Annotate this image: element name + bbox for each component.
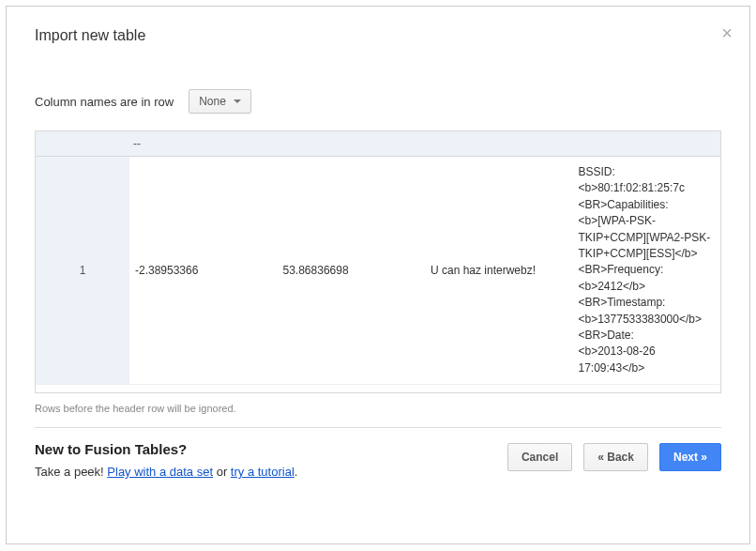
peek-suffix: . xyxy=(295,465,298,479)
footer-heading: New to Fusion Tables? xyxy=(35,441,297,457)
dialog-title: Import new table xyxy=(35,27,721,44)
header-col-3 xyxy=(425,131,573,157)
next-button[interactable]: Next » xyxy=(659,443,721,471)
cell-c1: -2.38953366 xyxy=(129,157,278,385)
hint-text: Rows before the header row will be ignor… xyxy=(35,403,721,414)
footer-left: New to Fusion Tables? Take a peek! Play … xyxy=(35,441,297,479)
header-col-2 xyxy=(278,131,426,157)
close-icon[interactable]: × xyxy=(721,23,733,42)
chevron-down-icon xyxy=(234,99,241,103)
column-names-dropdown[interactable]: None xyxy=(189,89,251,114)
preview-table-container: -- 1 -2.38953366 53.86836698 U can haz i… xyxy=(35,130,721,393)
header-col-1: -- xyxy=(129,131,278,157)
link-try-tutorial[interactable]: try a tutorial xyxy=(231,465,295,479)
preview-table: -- 1 -2.38953366 53.86836698 U can haz i… xyxy=(36,131,720,385)
header-rownum xyxy=(36,131,129,157)
header-row: -- xyxy=(36,131,720,157)
header-col-4 xyxy=(573,131,721,157)
import-dialog: × Import new table Column names are in r… xyxy=(6,6,750,544)
divider xyxy=(35,427,721,428)
footer: New to Fusion Tables? Take a peek! Play … xyxy=(35,441,721,479)
column-names-label: Column names are in row xyxy=(35,95,174,109)
cancel-button[interactable]: Cancel xyxy=(507,443,572,471)
link-play-with-dataset[interactable]: Play with a data set xyxy=(107,465,213,479)
cell-c2: 53.86836698 xyxy=(278,157,426,385)
peek-prefix: Take a peek! xyxy=(35,465,107,479)
back-button[interactable]: « Back xyxy=(583,443,648,471)
dropdown-value: None xyxy=(199,95,226,108)
table-row: 1 -2.38953366 53.86836698 U can haz inte… xyxy=(36,157,720,385)
row-number: 1 xyxy=(36,157,129,385)
footer-buttons: Cancel « Back Next » xyxy=(507,443,721,471)
preview-table-scroll[interactable]: -- 1 -2.38953366 53.86836698 U can haz i… xyxy=(36,131,720,392)
cell-c3: U can haz interwebz! xyxy=(425,157,573,385)
footer-peek: Take a peek! Play with a data set or try… xyxy=(35,465,297,479)
column-names-row: Column names are in row None xyxy=(35,89,721,114)
cell-c4: BSSID: <b>80:1f:02:81:25:7c <BR>Capabili… xyxy=(573,157,721,385)
peek-or: or xyxy=(213,465,231,479)
